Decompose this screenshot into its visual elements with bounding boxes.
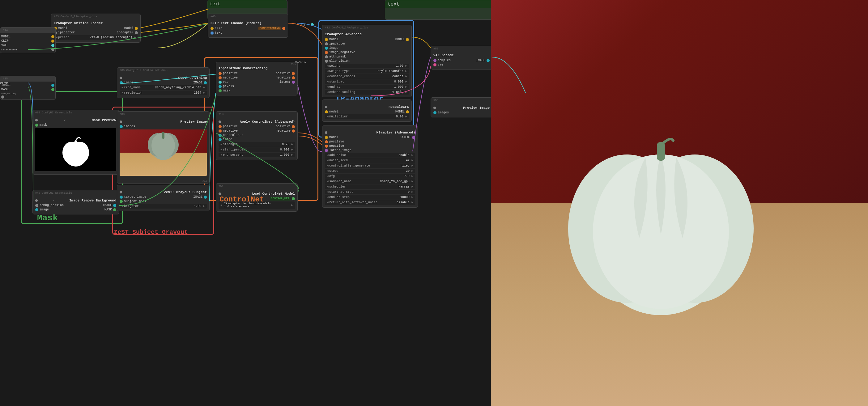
cn-model-right[interactable]: ► <box>290 204 294 207</box>
add-noise-param[interactable]: ◄ add_noise enable ► <box>325 153 415 158</box>
cfg-label: cfg <box>329 175 403 178</box>
mult-right[interactable]: ► <box>405 115 408 118</box>
ce-right[interactable]: ► <box>405 75 408 78</box>
weight-type-param[interactable]: ◄ weight_type style transfer ► <box>325 69 409 73</box>
es-left[interactable]: ◄ <box>326 91 329 94</box>
ce-left[interactable]: ◄ <box>326 75 329 78</box>
ns-right[interactable]: ► <box>411 159 414 162</box>
sn-right[interactable]: ► <box>411 180 414 183</box>
model-label-rescale: model <box>329 110 339 114</box>
control-after-param[interactable]: ◄ control_after_generate fixed ► <box>325 163 415 168</box>
rn-left[interactable]: ◄ <box>326 201 329 204</box>
st-left[interactable]: ◄ <box>326 169 329 173</box>
brighter-right[interactable]: ► <box>203 205 206 208</box>
start-right[interactable]: ► <box>290 148 294 151</box>
positive-out-label: positive <box>276 72 290 75</box>
file-socket <box>1 95 4 99</box>
latent-label-ks: latent_image <box>329 149 351 152</box>
embeds-scaling-param[interactable]: ◄ embeds_scaling V only ► <box>325 90 409 95</box>
ipadapter-label-12: ipadapter <box>329 42 346 45</box>
combine-embeds-param[interactable]: ◄ combine_embeds concat ► <box>325 74 409 79</box>
start-step-param[interactable]: ◄ start_at_step 0 ► <box>325 190 415 194</box>
weight-left[interactable]: ◄ <box>326 64 329 68</box>
ipadapter-output-socket <box>135 31 138 34</box>
cn-model-left[interactable]: ◄ <box>220 204 223 207</box>
sampler-param[interactable]: ◄ sampler_name dpmpp_2m_sde_gpu ► <box>325 179 415 184</box>
samples-in-56 <box>433 59 436 62</box>
ckpt-arrow-right[interactable]: ► <box>203 86 206 89</box>
wt-left[interactable]: ◄ <box>326 69 329 73</box>
ss-left[interactable]: ◄ <box>326 190 329 194</box>
an-left[interactable]: ◄ <box>326 154 329 157</box>
sa-right[interactable]: ► <box>405 80 408 84</box>
ca-left[interactable]: ◄ <box>326 164 329 167</box>
ckpt-param[interactable]: ◄ ckpt_name depth_anything_vitb14.pth ► <box>120 85 207 90</box>
cfg-left[interactable]: ◄ <box>326 175 329 178</box>
ns-left[interactable]: ◄ <box>326 159 329 162</box>
es-right[interactable]: ► <box>405 91 408 94</box>
ca-right[interactable]: ► <box>411 164 414 167</box>
es2-left[interactable]: ◄ <box>326 195 329 199</box>
return-noise-param[interactable]: ◄ return_with_leftover_noise disable ► <box>325 200 415 205</box>
end-percent-param[interactable]: ◄ end_percent 1.000 ► <box>219 153 295 157</box>
ea-right[interactable]: ► <box>405 85 408 89</box>
wt-right[interactable]: ► <box>405 69 408 73</box>
scheduler-param[interactable]: ◄ scheduler karras ► <box>325 184 415 189</box>
ss-right[interactable]: ► <box>411 190 414 194</box>
sch-right[interactable]: ► <box>411 185 414 188</box>
model-out-socket-rescale <box>406 110 409 114</box>
preset-arrow-right[interactable]: ► <box>133 36 136 39</box>
text-input-label: text <box>215 31 222 35</box>
mult-left[interactable]: ◄ <box>326 115 329 118</box>
cfg-param[interactable]: ◄ cfg 7.0 ► <box>325 174 415 179</box>
start-at-param[interactable]: ◄ start_at 0.000 ► <box>325 80 409 84</box>
start-percent-param[interactable]: ◄ start_percent 0.000 ► <box>219 147 295 152</box>
weight-param[interactable]: ◄ weight 1.00 ► <box>325 64 409 68</box>
strength-right[interactable]: ► <box>290 143 294 146</box>
rn-right[interactable]: ► <box>411 201 414 204</box>
ksample-header <box>322 125 417 128</box>
start-left[interactable]: ◄ <box>220 148 223 151</box>
negative-out-label: negative <box>276 76 290 80</box>
mask-label-89: mask <box>39 123 47 127</box>
sch-left[interactable]: ◄ <box>326 185 329 188</box>
node-14-id: #14 <box>3 29 8 32</box>
ckpt-arrow-left[interactable]: ◄ <box>121 86 124 89</box>
end-at-param[interactable]: ◄ end_at 1.000 ► <box>325 85 409 89</box>
strength-param[interactable]: ◄ strength 0.95 ► <box>219 142 295 147</box>
es2-right[interactable]: ► <box>411 195 414 199</box>
negative-in-ks <box>325 145 328 148</box>
resolution-param[interactable]: ◄ resolution 1024 ► <box>120 91 207 95</box>
images-label-58: images <box>438 111 449 114</box>
ea-left[interactable]: ◄ <box>326 85 329 89</box>
preset-param[interactable]: ◄ preset VIT-G (medium strength) ► <box>54 35 138 40</box>
svg-point-2 <box>72 142 89 163</box>
brighter-param[interactable]: ◄ brighter 1.00 ► <box>120 204 207 209</box>
node-12-title: IPAdapter Advanced <box>325 32 409 36</box>
steps-param[interactable]: ◄ steps 30 ► <box>325 169 415 173</box>
node-46-remove-bg: #46 ComfyUI Essentials ✓ Image Remove Ba… <box>32 190 119 214</box>
cfg-right[interactable]: ► <box>411 175 414 178</box>
an-right[interactable]: ► <box>411 154 414 157</box>
zest-group-label-text: ZeST Subject Grayout <box>114 229 188 236</box>
noise-seed-param[interactable]: ◄ noise_seed 42 ► <box>325 158 415 163</box>
inpaint-title: InpaintModelConditioning <box>219 66 295 70</box>
ce-label: combine_embeds <box>329 75 391 78</box>
sn-left[interactable]: ◄ <box>326 180 329 183</box>
node-58-preview: #58 Preview Image images <box>431 97 492 117</box>
end-right[interactable]: ► <box>290 153 294 157</box>
brighter-left[interactable]: ◄ <box>121 205 124 208</box>
res-arrow-right[interactable]: ► <box>203 91 206 95</box>
sa-left[interactable]: ◄ <box>326 80 329 84</box>
image-neg-in-12 <box>325 51 328 54</box>
strength-left[interactable]: ◄ <box>220 143 223 146</box>
positive-label-ks: positive <box>329 140 344 144</box>
controlnet-model-param[interactable]: ◄ 2k-adapter=depthrmidas-sdxl-1.0.safete… <box>219 201 295 209</box>
multiplier-param[interactable]: ◄ multiplier 0.90 ► <box>325 114 409 119</box>
st-right[interactable]: ► <box>411 169 414 173</box>
res-arrow-left[interactable]: ◄ <box>121 91 124 95</box>
end-step-param[interactable]: ◄ end_at_step 10000 ► <box>325 195 415 199</box>
vae-in-socket <box>219 81 222 84</box>
weight-right[interactable]: ► <box>405 64 408 68</box>
end-left[interactable]: ◄ <box>220 153 223 157</box>
